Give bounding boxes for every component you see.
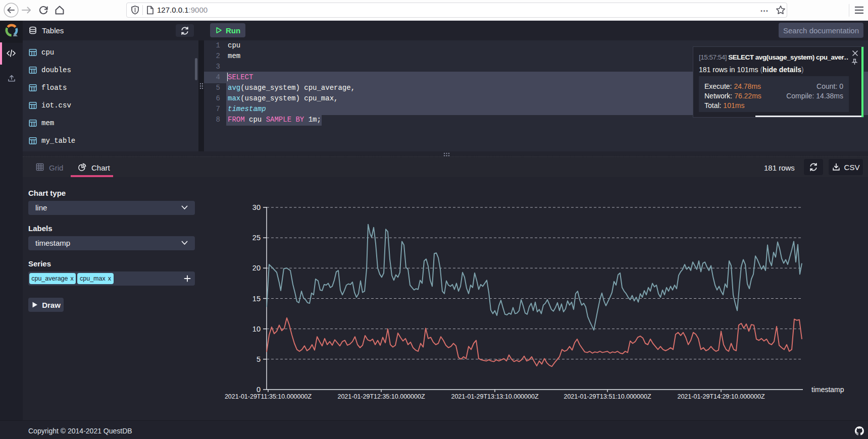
svg-text:20: 20 — [252, 264, 261, 272]
svg-text:0: 0 — [257, 386, 261, 394]
svg-text:2021-01-29T13:51:10.000000Z: 2021-01-29T13:51:10.000000Z — [564, 393, 651, 400]
svg-text:timestamp: timestamp — [811, 386, 844, 394]
svg-text:30: 30 — [252, 203, 261, 211]
svg-text:15: 15 — [252, 295, 261, 303]
svg-text:2021-01-29T13:13:10.000000Z: 2021-01-29T13:13:10.000000Z — [451, 393, 538, 400]
svg-text:25: 25 — [252, 234, 261, 242]
svg-text:2021-01-29T12:35:10.000000Z: 2021-01-29T12:35:10.000000Z — [337, 393, 425, 400]
svg-text:2021-01-29T14:29:10.000000Z: 2021-01-29T14:29:10.000000Z — [677, 393, 764, 400]
svg-text:10: 10 — [252, 325, 261, 333]
svg-text:5: 5 — [257, 355, 261, 363]
svg-text:2021-01-29T11:35:10.000000Z: 2021-01-29T11:35:10.000000Z — [225, 393, 312, 400]
